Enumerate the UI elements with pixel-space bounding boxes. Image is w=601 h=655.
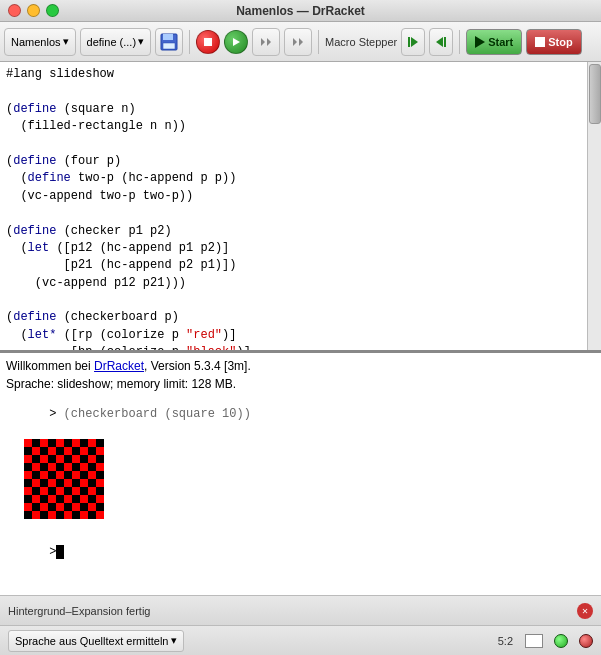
toolbar-separator-2 [318,30,319,54]
start-play-icon [475,36,485,48]
repl-content: Willkommen bei DrRacket, Version 5.3.4 [… [0,353,601,599]
code-line [6,136,581,153]
stop-icon [202,36,214,48]
code-line: (define (checker p1 p2) [6,223,581,240]
stop-button[interactable]: Stop [526,29,581,55]
svg-marker-7 [436,37,443,47]
repl-cursor: _ [56,545,63,559]
start-label: Start [488,36,513,48]
maximize-button[interactable] [46,4,59,17]
checkerboard-output [24,439,104,523]
code-line [6,292,581,309]
code-line: (define (four p) [6,153,581,170]
editor-scrollbar-thumb[interactable] [589,64,601,124]
svg-marker-9 [475,36,485,48]
start-button[interactable]: Start [466,29,522,55]
stop-label: Stop [548,36,572,48]
file-icon-button[interactable] [155,28,183,56]
editor-content[interactable]: #lang slideshow (define (square n) (fill… [0,62,587,350]
code-line: (filled-rectangle n n)) [6,118,581,135]
code-line: (define (checkerboard p) [6,309,581,326]
svg-rect-1 [163,34,173,40]
minimize-button[interactable] [27,4,40,17]
svg-marker-4 [233,38,240,46]
back-button[interactable] [252,28,280,56]
code-line: [bp (colorize p "black")] [6,344,581,350]
close-button[interactable] [8,4,21,17]
code-line: (define (square n) [6,101,581,118]
play-circle-button[interactable] [224,30,248,54]
define-label: define (...) [87,36,137,48]
code-line: (let* ([rp (colorize p "red")] [6,327,581,344]
window-buttons [8,4,59,17]
define-button[interactable]: define (...) ▾ [80,28,152,56]
repl-prompt-line-1: > (checkerboard (square 10)) [6,393,595,435]
repl-prompt-line-2[interactable]: >_ [6,531,595,573]
stepper-left-button[interactable] [401,28,425,56]
namenlos-button[interactable]: Namenlos ▾ [4,28,76,56]
status-red-circle [579,634,593,648]
code-line [6,83,581,100]
language-text: Sprache: slideshow; memory limit: 128 MB… [6,377,236,391]
repl-language-line: Sprache: slideshow; memory limit: 128 MB… [6,375,595,393]
namenlos-dropdown-arrow: ▾ [63,35,69,48]
code-line: (vc-append p12 p21))) [6,275,581,292]
language-detect-label: Sprache aus Quelltext ermitteln [15,635,168,647]
code-line: (define two-p (hc-append p p)) [6,170,581,187]
checkerboard-canvas [24,439,104,519]
drracket-link[interactable]: DrRacket [94,359,144,373]
repl-welcome-line: Willkommen bei DrRacket, Version 5.3.4 [… [6,357,595,375]
repl-input-1: (checkerboard (square 10)) [56,407,250,421]
stepper-right-button[interactable] [429,28,453,56]
svg-rect-10 [535,37,545,47]
svg-marker-5 [411,37,418,47]
repl-pane[interactable]: Willkommen bei DrRacket, Version 5.3.4 [… [0,352,601,599]
position-rect [525,634,543,648]
window-title: Namenlos — DrRacket [236,4,365,18]
forward-arrow-icon [289,33,307,51]
toolbar: Namenlos ▾ define (...) ▾ [0,22,601,62]
title-bar: Namenlos — DrRacket [0,0,601,22]
code-line: [p21 (hc-append p2 p1)]) [6,257,581,274]
welcome-text: Willkommen bei [6,359,94,373]
status-bar: Hintergrund–Expansion fertig ✕ [0,595,601,625]
editor-pane[interactable]: #lang slideshow (define (square n) (fill… [0,62,601,352]
stepper-left-icon [405,34,421,50]
stop-sq-icon [535,37,545,47]
back-arrow-icon [257,33,275,51]
code-line: (let ([p12 (hc-append p1 p2)] [6,240,581,257]
macro-stepper-label: Macro Stepper [325,36,397,48]
svg-rect-3 [204,38,212,46]
status-close-icon[interactable]: ✕ [577,603,593,619]
svg-rect-8 [444,37,446,47]
code-line: (vc-append two-p two-p)) [6,188,581,205]
bottom-toolbar: Sprache aus Quelltext ermitteln ▾ 5:2 [0,625,601,655]
status-green-circle [554,634,568,648]
status-text: Hintergrund–Expansion fertig [8,605,577,617]
floppy-icon [160,33,178,51]
version-text: , Version 5.3.4 [3m]. [144,359,251,373]
toolbar-separator-3 [459,30,460,54]
define-dropdown-arrow: ▾ [138,35,144,48]
toolbar-separator-1 [189,30,190,54]
editor-scrollbar[interactable] [587,62,601,350]
code-line: #lang slideshow [6,66,581,83]
code-line [6,205,581,222]
svg-rect-6 [408,37,410,47]
play-icon [230,36,242,48]
position-display: 5:2 [498,635,513,647]
stop-circle-button[interactable] [196,30,220,54]
forward-button[interactable] [284,28,312,56]
language-dropdown-arrow: ▾ [171,634,177,647]
language-detect-button[interactable]: Sprache aus Quelltext ermitteln ▾ [8,630,184,652]
stepper-right-icon [433,34,449,50]
svg-rect-2 [163,43,175,49]
namenlos-label: Namenlos [11,36,61,48]
